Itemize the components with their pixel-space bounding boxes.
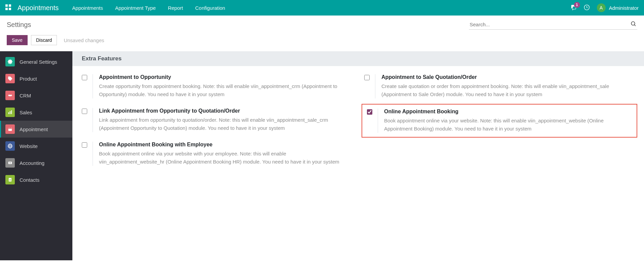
search-input[interactable] <box>470 22 631 27</box>
avatar: A <box>597 3 606 12</box>
svg-point-5 <box>631 22 635 25</box>
sidebar-item-label: Sales <box>20 110 32 115</box>
book-icon <box>5 175 15 184</box>
handshake-icon <box>5 91 15 100</box>
sidebar-item-general-settings[interactable]: General Settings <box>0 53 72 70</box>
main-area: General Settings Product CRM Sales Appoi… <box>0 51 644 260</box>
control-panel: Settings <box>0 16 644 32</box>
settings-col-right: Appointment to Sale Quotation/Order Crea… <box>362 74 637 166</box>
setting-title: Appointment to Sale Quotation/Order <box>381 74 634 80</box>
sidebar-item-sales[interactable]: Sales <box>0 104 72 121</box>
section-header: Extra Features <box>72 51 644 66</box>
svg-rect-8 <box>8 112 9 114</box>
svg-rect-12 <box>8 128 12 128</box>
sidebar-item-accounting[interactable]: Accounting <box>0 154 72 171</box>
svg-rect-3 <box>9 8 11 10</box>
calendar-icon <box>5 124 15 134</box>
save-button[interactable]: Save <box>7 35 28 45</box>
svg-rect-10 <box>11 110 12 114</box>
svg-line-6 <box>634 25 636 26</box>
setting-title: Online Appointment Booking <box>384 109 631 115</box>
sidebar-item-label: Website <box>20 143 38 149</box>
setting-desc: Book appointment online via your website… <box>99 150 351 166</box>
checkbox-link-appointment-quotation[interactable] <box>82 109 87 114</box>
svg-rect-2 <box>5 8 8 10</box>
sidebar-item-label: Accounting <box>20 160 44 166</box>
chart-icon <box>5 108 15 117</box>
sidebar-item-product[interactable]: Product <box>0 70 72 87</box>
setting-title: Online Appointment Booking with Employee <box>99 142 351 148</box>
user-menu[interactable]: A Administrator <box>597 3 639 12</box>
sidebar-item-label: Product <box>20 76 37 82</box>
sidebar-item-crm[interactable]: CRM <box>0 87 72 104</box>
tag-icon <box>5 74 15 83</box>
app-title[interactable]: Appointments <box>18 4 59 12</box>
setting-title: Link Appointment from Opportunity to Quo… <box>99 108 351 114</box>
checkbox-appointment-to-opportunity[interactable] <box>82 75 87 80</box>
setting-desc: Create opportunity from appointment book… <box>99 82 351 98</box>
svg-rect-0 <box>5 4 8 7</box>
setting-online-booking: Online Appointment Booking Book appointm… <box>364 109 635 133</box>
sidebar-item-label: Appointment <box>20 126 48 132</box>
checkbox-online-booking-employee[interactable] <box>82 142 87 148</box>
top-navbar: Appointments Appointments Appointment Ty… <box>0 0 644 16</box>
setting-desc: Book appointment online via your website… <box>384 117 631 133</box>
checkbox-appointment-to-sale[interactable] <box>364 75 370 80</box>
status-text: Unsaved changes <box>64 37 104 43</box>
chat-icon[interactable]: 1 <box>570 4 577 11</box>
setting-desc: Link appointment from opportunity to quo… <box>99 116 351 132</box>
action-buttons: Save Discard Unsaved changes <box>0 32 644 51</box>
money-icon <box>5 158 15 168</box>
nav-appointments[interactable]: Appointments <box>72 5 103 11</box>
settings-content: Extra Features Appointment to Opportunit… <box>72 51 644 260</box>
sidebar-item-label: Contacts <box>20 177 39 183</box>
clock-icon[interactable] <box>583 4 590 12</box>
user-name: Administrator <box>609 5 639 11</box>
setting-appointment-to-sale: Appointment to Sale Quotation/Order Crea… <box>362 74 637 98</box>
sidebar-item-website[interactable]: Website <box>0 138 72 154</box>
svg-point-19 <box>9 162 11 164</box>
setting-desc: Create sale quotation or order from appo… <box>381 82 634 98</box>
highlight-box: Online Appointment Booking Book appointm… <box>362 104 637 138</box>
setting-appointment-to-opportunity: Appointment to Opportunity Create opport… <box>79 74 355 98</box>
sidebar-item-label: General Settings <box>20 59 57 65</box>
nav-appointment-type[interactable]: Appointment Type <box>115 5 156 11</box>
discard-button[interactable]: Discard <box>31 35 57 45</box>
nav-configuration[interactable]: Configuration <box>195 5 225 11</box>
settings-col-left: Appointment to Opportunity Create opport… <box>79 74 355 166</box>
sidebar-item-contacts[interactable]: Contacts <box>0 171 72 188</box>
setting-link-appointment-quotation: Link Appointment from Opportunity to Quo… <box>79 108 355 132</box>
search-box[interactable] <box>469 20 637 30</box>
globe-icon <box>5 141 15 151</box>
search-icon[interactable] <box>631 21 637 28</box>
setting-title: Appointment to Opportunity <box>99 74 351 80</box>
chat-badge: 1 <box>574 2 580 8</box>
nav-report[interactable]: Report <box>168 5 183 11</box>
settings-grid: Appointment to Opportunity Create opport… <box>72 66 644 174</box>
page-title: Settings <box>7 21 31 29</box>
navbar-right: 1 A Administrator <box>570 3 639 12</box>
checkbox-online-booking[interactable] <box>367 109 372 115</box>
apps-grid-icon[interactable] <box>5 4 11 11</box>
svg-rect-9 <box>10 111 10 114</box>
svg-rect-1 <box>9 4 11 7</box>
settings-sidebar: General Settings Product CRM Sales Appoi… <box>0 51 72 260</box>
sidebar-item-label: CRM <box>20 93 31 98</box>
setting-online-booking-employee: Online Appointment Booking with Employee… <box>79 142 355 166</box>
gear-icon <box>5 57 15 66</box>
svg-point-21 <box>10 179 10 180</box>
sidebar-item-appointment[interactable]: Appointment <box>0 121 72 138</box>
nav-menu: Appointments Appointment Type Report Con… <box>72 5 225 11</box>
